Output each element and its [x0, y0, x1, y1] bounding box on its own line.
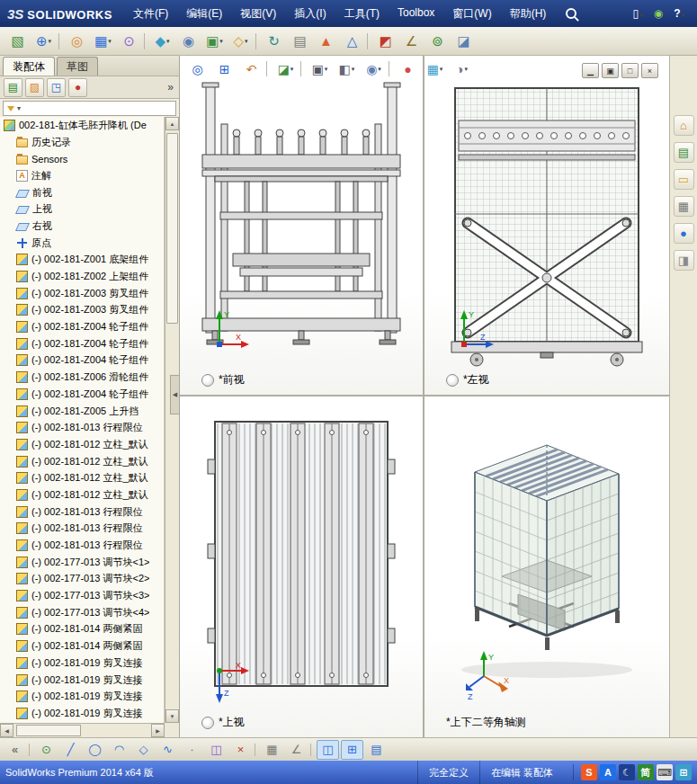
move-component-icon[interactable]: ◆ — [150, 30, 174, 53]
exploded-view-icon[interactable]: ▲ — [314, 30, 338, 53]
tree-item[interactable]: (-) 002-181-Z003 剪叉组件 — [0, 285, 164, 302]
tree-item[interactable]: (-) 002-181-Z004 轮子组件 — [0, 352, 164, 370]
tree-item[interactable]: (-) 002-181-013 行程限位 — [0, 537, 164, 554]
ime-toolbox-icon[interactable]: ⊞ — [675, 764, 692, 780]
menu-toolbox[interactable]: Toolbox — [390, 4, 442, 24]
tree-item[interactable]: (-) 002-181-013 行程限位 — [0, 419, 164, 436]
tree-filter[interactable] — [3, 101, 176, 116]
graphics-area[interactable]: ◎ ⊞ ↶ ◪ ▣ — [180, 56, 669, 737]
explode-line-sketch-icon[interactable]: △ — [340, 30, 364, 53]
tree-item[interactable]: 注解 — [0, 167, 164, 184]
tree-item[interactable]: 上视 — [0, 200, 164, 218]
window-minimize-icon[interactable]: ▁ — [582, 63, 599, 78]
view-palette-icon[interactable]: ▦ — [674, 196, 694, 217]
design-library-icon[interactable]: ▤ — [674, 142, 694, 163]
tree-item[interactable]: 历史记录 — [0, 134, 164, 151]
viewport-front[interactable]: Y X *前视 — [180, 56, 424, 396]
sketch-relations-icon[interactable]: ∠ — [285, 740, 308, 760]
reference-geometry-icon[interactable]: ◇ — [228, 30, 253, 53]
tree-item[interactable]: (-) 002-181-Z004 轮子组件 — [0, 386, 164, 403]
polygon-icon[interactable]: ◇ — [132, 740, 155, 760]
hide-show-icon[interactable]: ◉ — [362, 58, 386, 80]
search-icon[interactable] — [562, 4, 580, 22]
appearances-icon[interactable]: ● — [674, 223, 694, 244]
tree-item[interactable]: (-) 002-177-013 调节块<3> — [0, 587, 164, 604]
mass-properties-icon[interactable]: ⊚ — [425, 30, 450, 53]
tree-item[interactable]: 002-181-缸体毛胚升降机 (De — [0, 117, 164, 134]
mate-icon[interactable]: ◎ — [65, 30, 89, 53]
sogou-input-icon[interactable]: S — [581, 764, 597, 780]
tree-horizontal-scrollbar[interactable] — [0, 723, 165, 737]
viewport-left[interactable]: Y Z *左视 — [424, 56, 669, 396]
tree-item[interactable]: (-) 002-181-Z003 剪叉组件 — [0, 302, 164, 319]
viewport-four-icon[interactable]: ⊞ — [341, 740, 363, 760]
tree-item[interactable]: 右视 — [0, 218, 164, 235]
displaymanager-tab-icon[interactable]: ● — [68, 78, 87, 97]
tree-vertical-scrollbar[interactable] — [165, 117, 179, 723]
apply-scene-icon[interactable]: ▦ — [423, 58, 447, 80]
previous-view-icon[interactable]: ↶ — [239, 58, 264, 80]
scrollbar-thumb[interactable] — [166, 133, 178, 324]
circle-icon[interactable]: ◯ — [84, 740, 106, 760]
tree-item[interactable]: (-) 002-181-Z004 轮子组件 — [0, 335, 164, 352]
custom-properties-icon[interactable]: ◨ — [674, 250, 694, 271]
interference-detection-icon[interactable]: ◩ — [373, 30, 398, 53]
menu-view[interactable]: 视图(V) — [233, 4, 283, 24]
section-properties-icon[interactable]: ◪ — [451, 30, 476, 53]
tree-item[interactable]: (-) 002-181-013 行程限位 — [0, 521, 164, 538]
window-maximize-icon[interactable]: □ — [621, 63, 639, 78]
viewport-two-icon[interactable]: ◫ — [317, 740, 339, 760]
linear-component-pattern-icon[interactable]: ▦ — [91, 30, 115, 53]
panel-collapse-handle[interactable] — [170, 375, 180, 414]
scrollbar-thumb[interactable] — [16, 725, 81, 736]
point-icon[interactable]: ∙ — [181, 740, 203, 760]
menu-insert[interactable]: 插入(I) — [287, 4, 333, 24]
menu-file[interactable]: 文件(F) — [126, 4, 175, 24]
zoom-fit-icon[interactable]: ◎ — [185, 58, 210, 80]
ime-simplified-icon[interactable]: 简 — [638, 764, 654, 780]
tree-item[interactable]: (-) 002-181-019 剪叉连接 — [0, 705, 164, 722]
display-style-icon[interactable]: ◧ — [335, 58, 359, 80]
ime-letter-icon[interactable]: A — [600, 764, 616, 780]
edit-appearance-icon[interactable]: ● — [396, 58, 420, 80]
toolbar-scroll-left-icon[interactable]: « — [4, 740, 26, 760]
scroll-up-icon[interactable] — [165, 117, 179, 130]
view-settings-icon[interactable]: ◑ — [450, 58, 474, 80]
section-view-icon[interactable]: ◪ — [273, 58, 298, 80]
tree-item[interactable]: (-) 002-181-012 立柱_默认 — [0, 436, 164, 453]
tree-item[interactable]: (-) 002-177-013 调节块<2> — [0, 571, 164, 588]
new-motion-study-icon[interactable]: ↻ — [262, 30, 286, 53]
zoom-area-icon[interactable]: ⊞ — [212, 58, 237, 80]
show-hidden-components-icon[interactable]: ◉ — [176, 30, 201, 53]
window-close-icon[interactable]: × — [641, 63, 658, 78]
tree-item[interactable]: (-) 002-181-012 立柱_默认 — [0, 469, 164, 486]
tree-item[interactable]: (-) 002-181-019 剪叉连接 — [0, 672, 164, 689]
propertymanager-tab-icon[interactable]: ▨ — [25, 78, 44, 97]
tree-item[interactable]: (-) 002-181-012 立柱_默认 — [0, 486, 164, 503]
display-grid-icon[interactable]: ▦ — [261, 740, 283, 760]
new-document-icon[interactable]: ▯ — [633, 7, 643, 20]
edit-component-icon[interactable]: ▧ — [5, 30, 30, 53]
measure-icon[interactable]: ∠ — [399, 30, 424, 53]
menu-help[interactable]: 帮助(H) — [503, 4, 554, 24]
tree-item[interactable]: (-) 002-181-014 两侧紧固 — [0, 621, 164, 638]
file-explorer-icon[interactable]: ▭ — [674, 169, 694, 190]
configurationmanager-tab-icon[interactable]: ◳ — [47, 78, 66, 97]
menu-window[interactable]: 窗口(W) — [445, 4, 498, 24]
tree-item[interactable]: 前视 — [0, 184, 164, 201]
tree-item[interactable]: (-) 002-181-014 两侧紧固 — [0, 637, 164, 655]
tree-item[interactable]: 原点 — [0, 235, 164, 252]
mirror-entities-icon[interactable]: ◫ — [205, 740, 228, 760]
smart-dimension-icon[interactable]: ⊙ — [35, 740, 58, 760]
ime-moon-icon[interactable]: ☾ — [619, 764, 635, 780]
scroll-right-icon[interactable] — [151, 724, 165, 737]
tree-item[interactable]: (-) 002-181-Z004 轮子组件 — [0, 318, 164, 335]
viewport-top[interactable]: X Z *上视 — [180, 396, 424, 737]
tree-item[interactable]: (-) 002-181-Z002 上架组件 — [0, 268, 164, 285]
insert-components-icon[interactable]: ⊕ — [31, 30, 56, 53]
spline-icon[interactable]: ∿ — [156, 740, 179, 760]
viewport-isometric[interactable]: Y X Z *上下二等角轴测 — [424, 396, 669, 737]
tree-item[interactable]: (-) 002-181-Z005 上升挡 — [0, 403, 164, 420]
tree-item[interactable]: (-) 002-181-012 立柱_默认 — [0, 453, 164, 470]
tree-item[interactable]: (-) 002-177-013 调节块<4> — [0, 604, 164, 621]
